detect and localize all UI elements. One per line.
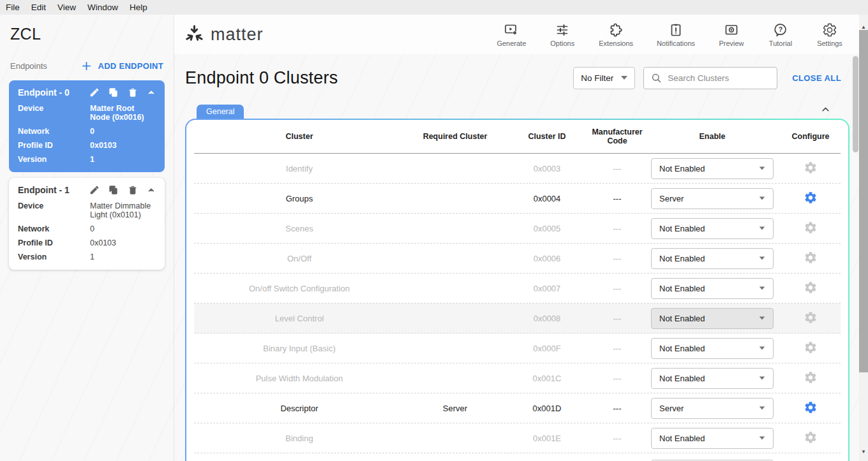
configure-gear-icon[interactable]: [804, 370, 818, 384]
chevron-down-icon: [760, 346, 765, 349]
configure-gear-icon[interactable]: [804, 430, 818, 444]
window-scrollbar[interactable]: ▲ ▼: [859, 15, 868, 461]
settings-icon: [822, 22, 837, 38]
endpoint-card[interactable]: Endpoint - 1 Device Matter Dimmable Ligh…: [9, 178, 165, 270]
copy-icon[interactable]: [108, 185, 119, 195]
generate-button[interactable]: Generate: [497, 22, 526, 47]
enable-select[interactable]: Not Enabled: [651, 278, 774, 299]
menu-edit[interactable]: Edit: [26, 3, 52, 12]
search-input[interactable]: [668, 73, 763, 83]
enable-select-value: Not Enabled: [659, 164, 705, 173]
collapse-endpoint-icon[interactable]: [147, 186, 156, 194]
main-area: matter Generate: [174, 15, 859, 461]
enable-select[interactable]: Not Enabled: [651, 158, 774, 179]
endpoint-field: Device Matter Root Node (0x0016): [18, 104, 156, 122]
enable-select-value: Not Enabled: [659, 284, 705, 293]
menu-view[interactable]: View: [52, 3, 82, 12]
cluster-id: 0x001E: [505, 434, 588, 443]
col-configure: Configure: [779, 132, 842, 141]
cluster-name: Groups: [194, 194, 405, 203]
configure-gear-icon[interactable]: [804, 340, 818, 355]
extensions-button[interactable]: Extensions: [599, 22, 633, 47]
endpoint-field-value: 1: [90, 155, 156, 164]
enable-select[interactable]: Not Enabled: [651, 338, 774, 359]
cluster-name: Pulse Width Modulation: [194, 374, 405, 383]
table-row: Scenes 0x0005 --- Not Enabled: [194, 214, 841, 244]
scroll-up-icon[interactable]: ▲: [861, 15, 866, 30]
delete-icon[interactable]: [128, 87, 138, 98]
window-scrollbar-thumb[interactable]: [859, 30, 868, 372]
configure-gear-icon[interactable]: [804, 311, 818, 325]
tutorial-label: Tutorial: [769, 40, 792, 47]
search-clusters-box[interactable]: [643, 67, 777, 89]
edit-icon[interactable]: [89, 185, 100, 195]
tutorial-icon: ?: [773, 22, 788, 38]
filter-dropdown[interactable]: No Filter: [573, 67, 635, 89]
copy-icon[interactable]: [108, 87, 119, 98]
configure-gear-icon[interactable]: [804, 221, 818, 235]
content-scrollbar-thumb[interactable]: [853, 56, 858, 152]
menu-file[interactable]: File: [6, 3, 26, 12]
enable-select[interactable]: Not Enabled: [651, 248, 774, 269]
manufacturer-code: ---: [588, 434, 646, 443]
menu-window[interactable]: Window: [82, 3, 124, 12]
manufacturer-code: ---: [588, 164, 646, 173]
enable-select[interactable]: Not Enabled: [651, 428, 774, 449]
endpoint-field-value: Matter Dimmable Light (0x0101): [90, 201, 156, 219]
edit-icon[interactable]: [89, 87, 100, 98]
table-row-partial: [194, 453, 841, 461]
enable-select[interactable]: Not Enabled: [651, 308, 774, 329]
manufacturer-code: ---: [588, 374, 646, 383]
configure-gear-icon[interactable]: [804, 251, 818, 265]
endpoints-label: Endpoints: [10, 61, 81, 71]
manufacturer-code: ---: [588, 254, 646, 263]
tab-general[interactable]: General: [197, 105, 244, 119]
cluster-table-header: Cluster Required Cluster Cluster ID Manu…: [194, 120, 841, 154]
cluster-name: Binary Input (Basic): [194, 344, 405, 353]
endpoint-field: Profile ID 0x0103: [18, 141, 156, 150]
collapse-panel-icon[interactable]: [820, 104, 831, 115]
endpoint-field: Network 0: [18, 224, 156, 233]
matter-brand: matter: [184, 24, 264, 45]
collapse-endpoint-icon[interactable]: [147, 88, 156, 97]
scroll-down-icon[interactable]: ▼: [861, 444, 866, 460]
options-icon: [555, 22, 570, 38]
cluster-id: 0x000F: [505, 344, 588, 353]
configure-gear-icon[interactable]: [804, 191, 818, 205]
generate-icon: [504, 22, 519, 38]
add-endpoint-button[interactable]: ADD ENDPOINT: [81, 61, 163, 71]
delete-icon[interactable]: [128, 185, 138, 195]
chevron-down-icon: [760, 286, 765, 289]
enable-select[interactable]: Server: [651, 188, 774, 209]
enable-select[interactable]: Not Enabled: [651, 368, 774, 389]
enable-select-value: Not Enabled: [659, 224, 705, 233]
close-all-button[interactable]: CLOSE ALL: [792, 73, 841, 83]
table-row: Pulse Width Modulation 0x001C --- Not En…: [194, 363, 841, 393]
col-enable: Enable: [646, 132, 779, 141]
plus-icon: [81, 61, 92, 71]
enable-select[interactable]: Server: [651, 398, 774, 419]
endpoint-field-value: 0x0103: [90, 141, 156, 150]
preview-button[interactable]: Preview: [719, 22, 744, 47]
generate-label: Generate: [497, 40, 526, 47]
menu-help[interactable]: Help: [124, 3, 153, 12]
options-button[interactable]: Options: [550, 22, 575, 47]
cluster-name: Level Control: [194, 314, 405, 323]
cluster-name: On/Off: [194, 254, 405, 263]
cluster-id: 0x0004: [505, 194, 588, 203]
configure-gear-icon[interactable]: [804, 161, 818, 175]
enable-select[interactable]: Not Enabled: [651, 218, 774, 239]
cluster-id: 0x001C: [505, 374, 588, 383]
cluster-id: 0x0007: [505, 284, 588, 293]
endpoint-field-label: Version: [18, 252, 90, 261]
chevron-down-icon: [760, 166, 765, 170]
endpoint-field: Network 0: [18, 127, 156, 136]
settings-button[interactable]: Settings: [817, 22, 842, 47]
endpoint-card[interactable]: Endpoint - 0 Device Matter Root Node (0x…: [9, 80, 165, 172]
notifications-button[interactable]: Notifications: [657, 22, 695, 47]
brand-name: matter: [211, 25, 264, 45]
configure-gear-icon[interactable]: [804, 400, 818, 414]
manufacturer-code: ---: [588, 344, 646, 353]
configure-gear-icon[interactable]: [804, 281, 818, 295]
tutorial-button[interactable]: ? Tutorial: [768, 22, 793, 47]
